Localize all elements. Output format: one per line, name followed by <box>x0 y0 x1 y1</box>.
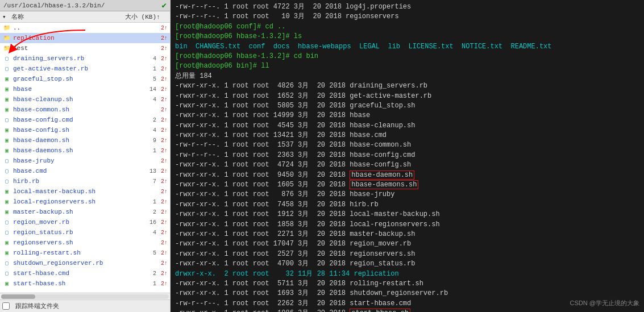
list-item[interactable]: ▢ start-hbase.cmd 2 2↑ <box>0 268 170 278</box>
list-item[interactable]: 📁 replication 2↑ <box>0 33 170 43</box>
file-size: 4 <box>139 97 156 103</box>
terminal-line: -rwxr-xr-x. 1 root root 5711 3月 20 2018 … <box>175 279 639 289</box>
list-item[interactable]: ▣ local-master-backup.sh 2↑ <box>0 186 170 197</box>
header-path: /usr/local/hbase-1.3.2/bin/ <box>3 2 105 9</box>
panel-header: /usr/local/hbase-1.3.2/bin/ ✔ <box>0 0 170 11</box>
watermark: CSDN @学无止境的大象 <box>570 299 639 307</box>
file-name: draining_servers.rb <box>13 55 139 62</box>
terminal-line: -rwxr-xr-x. 1 root root 7458 3月 20 2018 … <box>175 200 639 210</box>
list-item[interactable]: ▣ local-regionservers.sh 1 2↑ <box>0 197 170 207</box>
file-size: 1 <box>139 281 156 287</box>
script-file-icon: ▣ <box>2 95 11 103</box>
file-name: graceful_stop.sh <box>13 76 139 82</box>
file-icon: ▢ <box>2 218 11 226</box>
list-item[interactable]: ▢ get-active-master.rb 1 2↑ <box>0 64 170 74</box>
list-item[interactable]: ▢ hirb.rb 7 2↑ <box>0 176 170 186</box>
list-item[interactable]: 📁 .. 2↑ <box>0 23 170 33</box>
list-item[interactable]: ▢ region_status.rb 4 2↑ <box>0 227 170 238</box>
list-item[interactable]: ▢ hbase.cmd 13 2↑ <box>0 166 170 176</box>
check-icon: ✔ <box>162 1 167 10</box>
terminal-line: -rwxr-xr-x. 1 root root 4545 3月 20 2018 … <box>175 121 639 131</box>
list-item[interactable]: ▣ hbase-cleanup.sh 4 2↑ <box>0 94 170 105</box>
file-extra: 2↑ <box>156 45 168 52</box>
horizontal-scrollbar[interactable] <box>0 293 170 299</box>
terminal-line: -rw-r--r--. 1 root root 10 3月 20 2018 re… <box>175 12 639 22</box>
file-extra: 2↑ <box>156 76 168 82</box>
list-item[interactable]: ▢ draining_servers.rb 4 2↑ <box>0 53 170 64</box>
file-extra: 2↑ <box>156 168 168 174</box>
file-icon: ▢ <box>2 65 11 73</box>
list-item[interactable]: ▣ hbase 14 2↑ <box>0 84 170 94</box>
list-item[interactable]: ▢ shutdown_regionserver.rb 2↑ <box>0 258 170 268</box>
list-item[interactable]: ▣ hbase-common.sh 2↑ <box>0 105 170 115</box>
terminal-line: 总用量 184 <box>175 72 639 81</box>
file-size: 9 <box>139 138 156 144</box>
list-item[interactable]: ▢ hbase-jruby 2↑ <box>0 156 170 166</box>
terminal-line: -rwxr-xr-x. 1 root root 4700 3月 20 2018 … <box>175 259 639 269</box>
folder-icon: 📁 <box>2 24 11 32</box>
list-item[interactable]: ▣ start-hbase.sh 1 2↑ <box>0 278 170 289</box>
terminal-line: -rwxr-xr-x. 1 root root 4826 3月 20 2018 … <box>175 81 639 91</box>
file-size: 5 <box>139 250 156 256</box>
terminal-line: [root@hadoop06 conf]# cd .. <box>175 22 639 32</box>
file-name: replication <box>13 35 139 41</box>
file-name: test <box>13 45 139 52</box>
list-item[interactable]: ▢ region_mover.rb 16 2↑ <box>0 217 170 227</box>
file-name: region_status.rb <box>13 229 139 236</box>
terminal-line: -rwxr-xr-x. 1 root root 4724 3月 20 2018 … <box>175 160 639 170</box>
list-item[interactable]: ▣ regionservers.sh 2↑ <box>0 238 170 248</box>
list-item[interactable]: ▣ hbase-daemon.sh 9 2↑ <box>0 135 170 145</box>
name-col-header: 名称 <box>11 13 117 21</box>
file-icon: ▢ <box>2 259 11 267</box>
file-extra: 2↑ <box>156 97 168 103</box>
file-size: 2 <box>139 209 156 215</box>
file-name: hbase-cleanup.sh <box>13 96 139 103</box>
list-item[interactable]: 📁 test 2↑ <box>0 43 170 53</box>
terminal-line: -rwxr-xr-x. 1 root root 17047 3月 20 2018… <box>175 239 639 249</box>
file-extra: 2↑ <box>156 127 168 134</box>
file-name: hbase-common.sh <box>13 106 139 113</box>
list-item[interactable]: ▣ hbase-daemons.sh 1 2↑ <box>0 145 170 156</box>
file-panel: /usr/local/hbase-1.3.2/bin/ ✔ ▾ 名称 大小 (K… <box>0 0 171 312</box>
file-name: get-active-master.rb <box>13 65 139 72</box>
file-extra: 2↑ <box>156 219 168 226</box>
terminal-line: -rwxr-xr-x. 1 root root 876 3月 20 2018 h… <box>175 190 639 199</box>
terminal-line: -rwxr-xr-x. 1 root root 13421 3月 20 2018… <box>175 131 639 140</box>
file-extra: 2↑ <box>156 25 168 31</box>
file-name: hbase-jruby <box>13 157 139 164</box>
script-file-icon: ▣ <box>2 208 11 216</box>
file-extra: 2↑ <box>156 240 168 246</box>
terminal-line: [root@hadoop06 hbase-1.3.2]# ls <box>175 32 639 41</box>
file-name: start-hbase.sh <box>13 280 139 287</box>
script-file-icon: ▣ <box>2 85 11 93</box>
script-file-icon: ▣ <box>2 147 11 155</box>
file-size: 13 <box>139 168 156 174</box>
list-item[interactable]: ▢ hbase-config.cmd 2 2↑ <box>0 115 170 125</box>
file-name: master-backup.sh <box>13 209 139 215</box>
script-file-icon: ▣ <box>2 280 11 288</box>
terminal-line: -rwxr-xr-x. 1 root root 1912 3月 20 2018 … <box>175 210 639 219</box>
terminal-line: -rwxr-xr-x. 1 root root 1693 3月 20 2018 … <box>175 289 639 298</box>
file-extra: 2↑ <box>156 138 168 144</box>
terminal-line: -rwxr-xr-x. 1 root root 1605 3月 20 2018 … <box>175 180 639 190</box>
file-extra: 2↑ <box>156 199 168 205</box>
file-extra: 2↑ <box>156 35 168 41</box>
column-header: ▾ 名称 大小 (KB) ↑ <box>0 11 170 23</box>
list-item[interactable]: ▣ rolling-restart.sh 5 2↑ <box>0 248 170 258</box>
scrollbar-thumb[interactable] <box>1 294 35 299</box>
file-name: local-master-backup.sh <box>13 188 139 195</box>
script-file-icon: ▣ <box>2 126 11 134</box>
sync-checkbox[interactable] <box>2 302 10 310</box>
file-list: 📁 .. 2↑ 📁 replication 2↑ 📁 test 2↑ ▢ dra… <box>0 23 170 293</box>
list-item[interactable]: ▣ graceful_stop.sh 5 2↑ <box>0 74 170 84</box>
terminal-line: [root@hadoop06 hbase-1.3.2]# cd bin <box>175 52 639 61</box>
file-extra: 2↑ <box>156 260 168 267</box>
file-extra: 2↑ <box>156 230 168 236</box>
file-size: 16 <box>139 219 156 226</box>
folder-icon: 📁 <box>2 44 11 52</box>
list-item[interactable]: ▣ hbase-config.sh 4 2↑ <box>0 125 170 135</box>
list-item[interactable]: ▣ master-backup.sh 2 2↑ <box>0 207 170 217</box>
file-extra: 2↑ <box>156 107 168 113</box>
file-icon: ▢ <box>2 55 11 63</box>
terminal-line: -rwxr-xr-x. 1 root root 9450 3月 20 2018 … <box>175 170 639 180</box>
